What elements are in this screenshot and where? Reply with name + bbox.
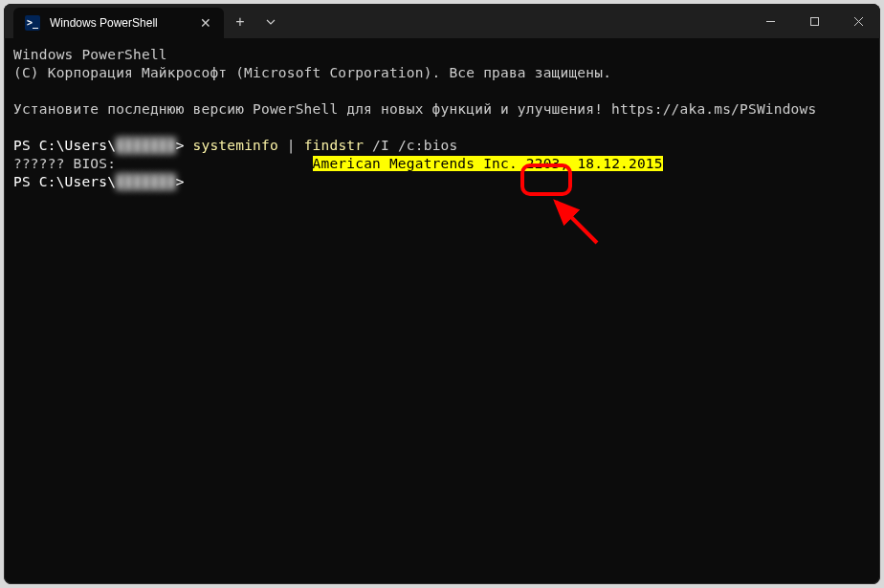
svg-rect-1	[810, 17, 818, 25]
prompt-prefix: PS C:\Users\	[13, 138, 116, 153]
cmd-findstr: findstr	[304, 138, 365, 153]
terminal-window: >_ Windows PowerShell ✕ + Windows PowerS…	[4, 4, 880, 584]
tab-dropdown-button[interactable]	[256, 6, 285, 38]
powershell-icon: >_	[25, 15, 40, 31]
prompt-suffix: >	[176, 138, 193, 153]
tab-title: Windows PowerShell	[50, 16, 188, 30]
bios-version: 2203,	[526, 156, 569, 171]
minimize-button[interactable]	[748, 4, 792, 38]
bios-gap	[116, 156, 312, 171]
annotation-arrow	[544, 190, 611, 257]
maximize-button[interactable]	[792, 4, 836, 38]
bios-date: 18.12.2015	[577, 156, 662, 171]
svg-line-2	[556, 202, 597, 243]
close-window-button[interactable]	[836, 4, 880, 38]
ps-header-1: Windows PowerShell	[13, 47, 167, 62]
tab-close-button[interactable]: ✕	[197, 14, 214, 32]
bios-vendor: American Megatrends Inc.	[313, 156, 526, 171]
titlebar[interactable]: >_ Windows PowerShell ✕ +	[4, 4, 880, 38]
new-tab-button[interactable]: +	[224, 6, 256, 38]
ps-install-msg: Установите последнюю версию PowerShell д…	[13, 101, 816, 117]
cmd-args: /I /c:bios	[364, 138, 457, 153]
prompt-user: ███████	[116, 138, 176, 153]
tab-powershell[interactable]: >_ Windows PowerShell ✕	[13, 8, 224, 38]
prompt2-suffix: >	[176, 174, 193, 189]
bios-label: ?????? BIOS:	[13, 156, 116, 171]
prompt2-user: ███████	[116, 174, 176, 189]
terminal-output[interactable]: Windows PowerShell (C) Корпорация Майкро…	[4, 38, 880, 199]
cmd-pipe: |	[278, 138, 304, 153]
ps-header-2: (C) Корпорация Майкрософт (Microsoft Cor…	[13, 65, 611, 80]
prompt2-prefix: PS C:\Users\	[13, 174, 116, 189]
cmd-systeminfo: systeminfo	[193, 138, 278, 153]
